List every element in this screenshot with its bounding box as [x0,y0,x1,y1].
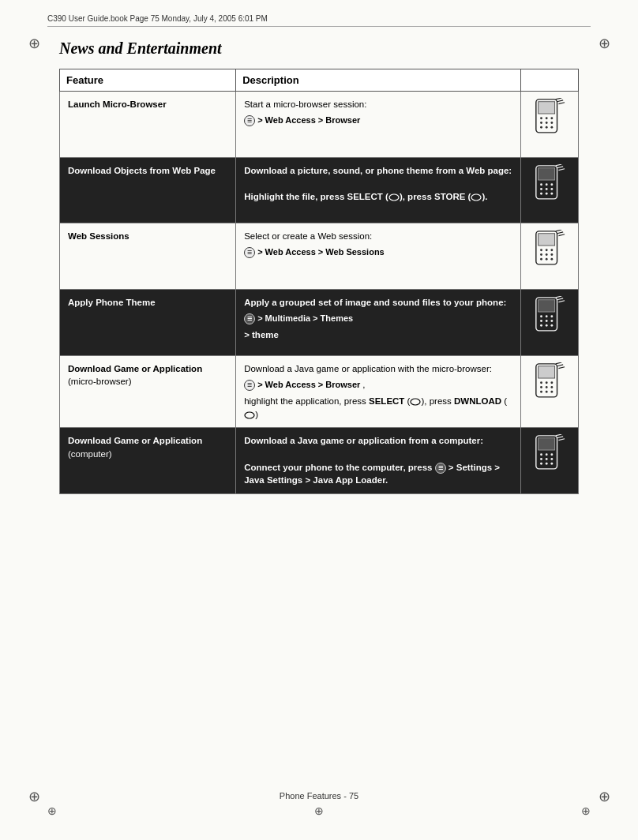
menu-icon: ☰ [244,313,255,324]
corner-mark-tl: ⊕ [22,32,46,55]
svg-point-66 [546,386,548,388]
svg-line-87 [558,439,565,441]
svg-point-14 [389,194,399,201]
svg-point-70 [550,390,553,392]
svg-line-57 [558,301,565,302]
desc-download-game-micro: Download a Java game or application with… [236,355,521,428]
table-row: Launch Micro-Browser Start a micro-brows… [60,92,579,158]
table-row: Web Sessions Select or create a Web sess… [60,223,579,290]
icon-apply-phone-theme [520,290,578,356]
table-row: Download Game or Application (micro-brow… [60,355,579,428]
svg-point-8 [540,126,542,129]
menu-icon: ☰ [244,115,255,126]
svg-point-22 [546,188,548,190]
svg-point-10 [550,126,553,129]
svg-point-52 [540,324,542,327]
svg-point-62 [540,381,542,384]
icon-download-objects [520,157,578,223]
svg-point-37 [550,253,553,256]
svg-point-19 [546,183,548,186]
svg-point-4 [550,117,553,119]
svg-point-35 [540,253,542,256]
menu-icon-inline: ☰ [435,463,446,474]
feature-download-game-computer: Download Game or Application (computer) [60,428,236,494]
svg-point-77 [546,454,548,456]
svg-point-34 [550,249,553,252]
svg-point-54 [550,324,553,327]
svg-line-71 [556,362,562,364]
svg-point-68 [540,390,542,392]
svg-point-82 [540,463,542,465]
page-number: Phone Features - 75 [280,791,358,801]
svg-point-65 [540,386,542,388]
svg-point-50 [546,320,548,322]
svg-point-81 [550,458,553,460]
svg-point-18 [540,183,542,186]
svg-point-58 [411,399,420,405]
svg-line-41 [556,230,562,231]
svg-point-53 [546,324,548,327]
svg-line-28 [557,167,564,168]
desc-download-game-computer: Download a Java game or application from… [236,428,521,494]
menu-icon: ☰ [244,380,255,391]
feature-download-game-micro: Download Game or Application (micro-brow… [60,355,236,428]
svg-line-13 [558,103,565,104]
col-header-description: Description [236,69,521,92]
bottom-mark-right: ⊕ [581,804,591,818]
svg-point-48 [550,315,553,317]
svg-point-32 [540,249,542,252]
svg-point-79 [540,458,542,460]
table-row: Apply Phone Theme Apply a grouped set of… [60,290,579,356]
svg-point-63 [546,381,548,384]
svg-line-29 [558,168,565,170]
svg-line-42 [557,232,564,234]
desc-download-objects: Download a picture, sound, or phone them… [236,157,521,223]
bottom-marks: ⊕ ⊕ ⊕ [47,804,591,818]
svg-point-21 [540,188,542,190]
svg-point-38 [540,258,542,261]
feature-launch-micro-browser: Launch Micro-Browser [60,92,236,158]
svg-line-43 [558,234,565,236]
svg-line-27 [556,164,562,166]
svg-line-72 [557,365,564,366]
svg-line-11 [556,98,562,99]
svg-line-86 [557,437,564,438]
svg-point-15 [471,194,481,201]
svg-point-40 [550,258,553,261]
svg-rect-45 [539,300,555,312]
desc-launch-micro-browser: Start a micro-browser session: ☰ > Web A… [236,92,521,158]
svg-point-49 [540,320,542,322]
header-bar: C390 User Guide.book Page 75 Monday, Jul… [47,14,591,27]
svg-rect-75 [539,438,555,450]
feature-web-sessions: Web Sessions [60,223,236,290]
svg-point-47 [546,315,548,317]
col-header-feature: Feature [60,69,236,92]
feature-download-objects: Download Objects from Web Page [60,157,236,223]
icon-launch-micro-browser [520,92,578,158]
svg-rect-61 [539,366,555,377]
svg-rect-17 [539,167,555,179]
svg-point-6 [546,122,548,124]
bottom-mark-center: ⊕ [314,804,324,818]
svg-point-23 [550,188,553,190]
table-row: Download Game or Application (computer) … [60,428,579,494]
svg-point-64 [550,381,553,384]
svg-line-12 [557,100,564,102]
icon-download-game-computer [520,428,578,494]
svg-point-39 [546,258,548,261]
svg-point-67 [550,386,553,388]
svg-point-80 [546,458,548,460]
svg-line-55 [556,296,562,298]
svg-line-85 [556,434,562,436]
svg-point-51 [550,320,553,322]
svg-point-7 [550,122,553,124]
svg-line-73 [558,366,565,368]
svg-rect-31 [539,234,555,246]
header-text: C390 User Guide.book Page 75 Monday, Jul… [47,14,268,23]
icon-web-sessions [520,223,578,290]
page-title: News and Entertainment [59,39,579,58]
corner-mark-tr: ⊕ [592,32,616,55]
icon-download-game-micro [520,355,578,428]
svg-point-9 [546,126,548,129]
main-content: News and Entertainment Feature Descripti… [59,39,579,494]
